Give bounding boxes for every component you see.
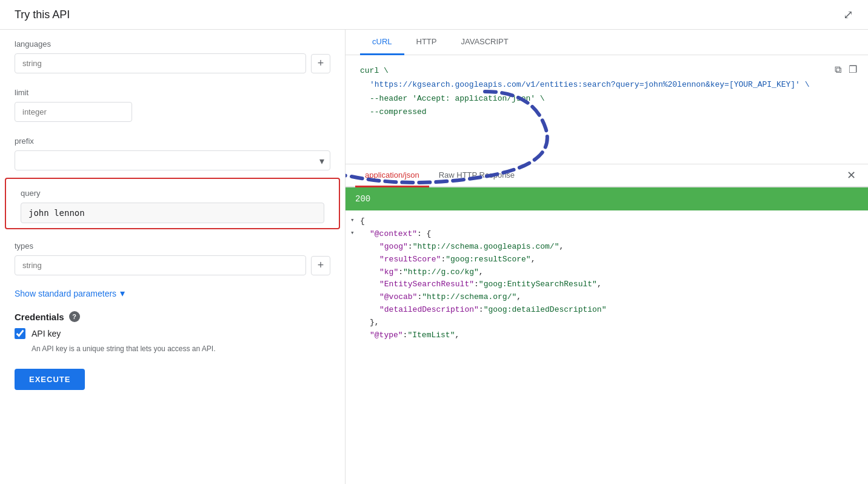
query-param: query — [5, 178, 340, 229]
query-label: query — [21, 184, 324, 200]
limit-label: limit — [15, 83, 330, 99]
json-line-6: "@vocab" : "http://schema.org/" , — [346, 291, 868, 304]
bottom-tab-bar: application/json Raw HTTP Response ✕ — [346, 164, 868, 187]
languages-label: languages — [15, 35, 330, 51]
open-in-new-icon[interactable]: ⧉ — [833, 62, 843, 76]
prefix-param: prefix ▾ — [0, 127, 345, 175]
show-standard-params-button[interactable]: Show standard parameters ▾ — [0, 280, 139, 306]
types-input[interactable] — [15, 255, 306, 275]
json-line-1: ▾ "@context" : { — [346, 228, 868, 241]
types-param: types + — [0, 232, 345, 280]
code-line-2: 'https://kgsearch.googleapis.com/v1/enti… — [370, 80, 810, 89]
languages-input[interactable] — [15, 53, 306, 73]
tab-javascript[interactable]: JAVASCRIPT — [449, 30, 520, 55]
json-line-2: "goog" : "http://schema.googleapis.com/"… — [346, 241, 868, 254]
json-line-4: "kg" : "http://g.co/kg" , — [346, 266, 868, 279]
tab-curl[interactable]: cURL — [360, 30, 404, 55]
prefix-select[interactable] — [15, 150, 330, 170]
execute-section: EXECUTE — [0, 359, 345, 400]
response-area: 200 ▾ { ▾ "@context" : { — [346, 187, 868, 484]
tab-raw-http[interactable]: Raw HTTP Response — [429, 164, 524, 187]
execute-button[interactable]: EXECUTE — [15, 369, 85, 390]
json-line-9: "@type" : "ItemList" , — [346, 329, 868, 342]
limit-param: limit — [0, 78, 345, 127]
json-line-3: "resultScore" : "goog:resultScore" , — [346, 254, 868, 266]
json-line-7: "detailedDescription" : "goog:detailedDe… — [346, 304, 868, 317]
api-key-label: API key — [32, 329, 61, 338]
show-params-label: Show standard parameters — [15, 289, 116, 298]
api-key-description: An API key is a unique string that lets … — [32, 344, 330, 354]
left-panel: languages + limit prefix ▾ — [0, 30, 346, 484]
query-input[interactable] — [21, 203, 324, 223]
json-toggle-0[interactable]: ▾ — [350, 215, 358, 226]
tab-http[interactable]: HTTP — [404, 30, 449, 55]
json-content: ▾ { ▾ "@context" : { "goog" : "ht — [346, 210, 868, 346]
bottom-section: application/json Raw HTTP Response ✕ 200… — [346, 164, 868, 484]
code-area: ⧉ ❐ curl \ 'https://kgsearch.googleapis.… — [346, 55, 868, 164]
copy-icon[interactable]: ❐ — [847, 62, 858, 76]
json-line-0: ▾ { — [346, 215, 868, 228]
code-line-1: curl \ — [360, 66, 389, 75]
credentials-section: Credentials ? API key An API key is a un… — [0, 306, 345, 359]
tab-application-json[interactable]: application/json — [355, 164, 429, 187]
close-response-button[interactable]: ✕ — [844, 166, 858, 184]
languages-add-button[interactable]: + — [311, 54, 330, 73]
prefix-label: prefix — [15, 132, 330, 148]
code-line-4: --compressed — [370, 107, 427, 116]
languages-param: languages + — [0, 30, 345, 78]
types-add-button[interactable]: + — [311, 256, 330, 275]
expand-icon[interactable]: ⤢ — [843, 7, 853, 22]
api-key-checkbox[interactable] — [15, 328, 25, 339]
json-toggle-1[interactable]: ▾ — [350, 228, 358, 239]
credentials-title: Credentials — [15, 312, 64, 322]
page-title: Try this API — [15, 8, 70, 21]
types-label: types — [15, 237, 330, 253]
credentials-help-icon[interactable]: ? — [69, 311, 80, 322]
top-tab-bar: cURL HTTP JAVASCRIPT — [346, 30, 868, 55]
right-panel: cURL HTTP JAVASCRIPT ⧉ ❐ curl \ 'https:/… — [346, 30, 868, 484]
json-line-8: }, — [346, 317, 868, 329]
chevron-down-icon: ▾ — [120, 287, 125, 299]
limit-input[interactable] — [15, 102, 132, 122]
json-line-5: "EntitySearchResult" : "goog:EntitySearc… — [346, 278, 868, 291]
code-line-3: --header 'Accept: application/json' \ — [370, 94, 545, 103]
status-bar: 200 — [346, 187, 868, 210]
